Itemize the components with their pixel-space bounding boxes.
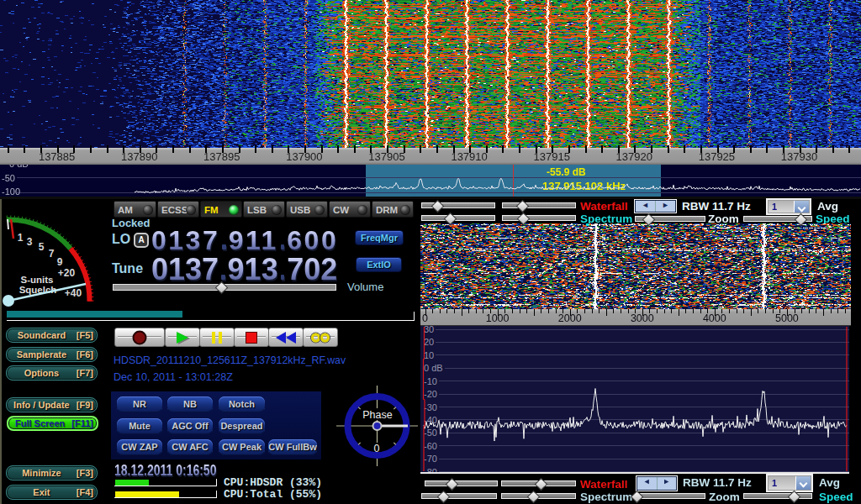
svg-text:9: 9 [57,256,63,268]
svg-text:Phase: Phase [362,409,392,421]
svg-text:1: 1 [18,232,24,244]
svg-text:0: 0 [374,443,380,454]
svg-text:5: 5 [39,241,45,253]
svg-text:S-units: S-units [21,275,54,285]
svg-text:3: 3 [27,236,33,248]
svg-text:+20: +20 [58,267,76,279]
svg-text:+40: +40 [65,287,82,299]
svg-text:7: 7 [49,248,55,260]
